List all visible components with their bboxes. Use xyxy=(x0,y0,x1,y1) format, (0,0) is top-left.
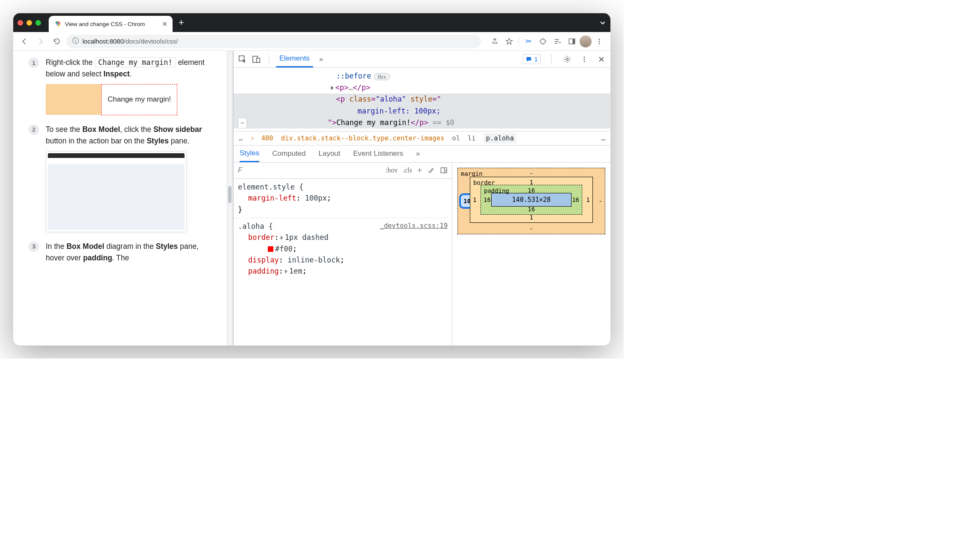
tab-elements[interactable]: Elements xyxy=(276,51,313,67)
hov-button[interactable]: :hov xyxy=(385,166,397,174)
change-my-margin-element[interactable]: Change my margin! xyxy=(101,84,177,115)
rule-source-link[interactable]: _devtools.scss:19 xyxy=(380,221,448,231)
border-left-value[interactable]: 1 xyxy=(473,196,476,203)
dom-collapsed-p[interactable]: <p>…</p> xyxy=(234,82,610,93)
border-right-value[interactable]: 1 xyxy=(586,196,590,203)
svg-rect-5 xyxy=(573,39,575,44)
crumb-ellipsis[interactable]: … xyxy=(601,134,605,142)
reload-button[interactable] xyxy=(50,35,64,48)
padding-label: padding xyxy=(484,187,509,194)
paint-brush-icon[interactable] xyxy=(427,166,435,174)
tab-event-listeners[interactable]: Event Listeners xyxy=(353,149,403,158)
dom-style-line[interactable]: margin-left: 100px; xyxy=(234,105,610,117)
site-info-icon[interactable]: ⓘ xyxy=(72,37,79,46)
padding-left-value[interactable]: 16 xyxy=(484,196,491,203)
expand-triangle-icon[interactable] xyxy=(281,236,283,240)
new-style-rule-button[interactable]: + xyxy=(417,166,422,175)
crumb-item[interactable]: div.stack.stack--block.type.center-image… xyxy=(281,134,445,142)
css-value[interactable]: 1px dashed xyxy=(285,233,328,242)
browser-toolbar: ⓘ localhost:8080/docs/devtools/css/ ✂ xyxy=(13,32,610,51)
show-sidebar-button[interactable] xyxy=(440,166,448,174)
dom-hidden-ancestors[interactable]: ⋯ xyxy=(238,118,247,128)
dom-breadcrumb[interactable]: … › 400 div.stack.stack--block.type.cent… xyxy=(234,131,610,146)
dom-tree[interactable]: ::beforeflex <p>…</p> <p class="aloha" s… xyxy=(234,68,610,131)
tab-layout[interactable]: Layout xyxy=(319,149,340,158)
address-bar[interactable]: ⓘ localhost:8080/docs/devtools/css/ xyxy=(66,35,481,48)
page-scrollbar[interactable] xyxy=(227,51,233,345)
crumb-ellipsis[interactable]: … xyxy=(239,134,243,142)
settings-button[interactable] xyxy=(562,54,573,65)
margin-bottom-value[interactable]: - xyxy=(530,225,533,232)
styles-filter-input[interactable] xyxy=(238,166,264,174)
box-model-content[interactable]: 140.531×28 xyxy=(491,193,572,207)
toolbar-divider xyxy=(519,37,519,46)
tab-computed[interactable]: Computed xyxy=(272,149,305,158)
tabs-dropdown-button[interactable] xyxy=(599,19,606,26)
box-model-diagram[interactable]: margin - - - 100 border 1 1 1 1 paddin xyxy=(452,163,610,345)
padding-top-value[interactable]: 16 xyxy=(528,187,535,194)
devtools-menu-button[interactable] xyxy=(579,54,590,65)
forward-button[interactable] xyxy=(34,35,47,48)
content-area: 1 Right-click the Change my margin! elem… xyxy=(13,51,610,345)
step-number: 3 xyxy=(29,242,39,252)
browser-tab[interactable]: View and change CSS - Chrom ✕ xyxy=(49,16,173,32)
maximize-window-button[interactable] xyxy=(35,20,41,26)
box-model-border[interactable]: border 1 1 1 1 padding 16 16 16 16 xyxy=(470,177,593,223)
flex-badge[interactable]: flex xyxy=(374,73,390,80)
share-button[interactable] xyxy=(488,35,501,48)
close-window-button[interactable] xyxy=(18,20,23,26)
bookmark-button[interactable] xyxy=(502,35,516,48)
dom-before-pseudo[interactable]: ::beforeflex xyxy=(234,70,610,82)
step-text: , click the xyxy=(120,125,153,134)
tab-styles[interactable]: Styles xyxy=(240,146,259,162)
chrome-menu-button[interactable] xyxy=(592,35,606,48)
element-style-rule[interactable]: element.style { margin-left: 100px; } xyxy=(234,179,452,218)
crumb-item[interactable]: li xyxy=(468,134,476,142)
new-tab-button[interactable]: + xyxy=(179,17,184,28)
crumb-item[interactable]: ol xyxy=(452,134,460,142)
margin-top-value[interactable]: - xyxy=(530,170,533,177)
dom-p-close[interactable]: ">Change my margin!</p> == $0 xyxy=(234,117,610,128)
tabs-overflow-button[interactable]: » xyxy=(316,51,326,67)
rule-selector: element.style { xyxy=(238,181,448,192)
extensions-button[interactable] xyxy=(536,35,550,48)
device-toolbar-button[interactable] xyxy=(251,54,262,65)
step-text: diagram in the xyxy=(104,242,156,251)
border-bottom-value[interactable]: 1 xyxy=(530,214,533,221)
styles-tabs-overflow[interactable]: » xyxy=(416,149,420,158)
expand-triangle-icon[interactable] xyxy=(331,86,334,90)
aloha-rule[interactable]: _devtools.scss:19 .aloha { border:1px da… xyxy=(234,218,452,280)
css-value[interactable]: #f00 xyxy=(275,245,293,253)
step-number: 1 xyxy=(29,58,39,68)
css-property[interactable]: padding xyxy=(248,267,279,275)
padding-right-value[interactable]: 16 xyxy=(572,196,579,203)
padding-bottom-value[interactable]: 16 xyxy=(528,206,535,213)
css-value[interactable]: inline-block xyxy=(287,256,340,264)
svg-point-3 xyxy=(57,23,59,25)
css-property[interactable]: display xyxy=(248,256,279,264)
back-button[interactable] xyxy=(18,35,31,48)
dom-selected-p[interactable]: <p class="aloha" style=" xyxy=(234,93,610,105)
color-swatch[interactable] xyxy=(268,246,273,252)
reading-list-button[interactable] xyxy=(551,35,564,48)
css-value[interactable]: 100px xyxy=(305,194,327,202)
tab-close-button[interactable]: ✕ xyxy=(162,20,167,28)
scissors-icon[interactable]: ✂ xyxy=(522,35,535,48)
profile-avatar[interactable] xyxy=(580,35,592,47)
cls-button[interactable]: .cls xyxy=(403,166,412,174)
css-property[interactable]: margin-left xyxy=(248,194,296,202)
crumb-selected[interactable]: p.aloha xyxy=(484,133,516,143)
side-panel-button[interactable] xyxy=(565,35,579,48)
css-property[interactable]: border xyxy=(248,233,274,242)
crumb-item[interactable]: 400 xyxy=(261,134,273,142)
expand-triangle-icon[interactable] xyxy=(285,269,287,274)
margin-right-value[interactable]: - xyxy=(599,198,602,204)
css-value[interactable]: 1em xyxy=(289,267,302,275)
box-model-padding[interactable]: padding 16 16 16 16 140.531×28 xyxy=(481,185,582,215)
minimize-window-button[interactable] xyxy=(26,20,32,26)
step-2: 2 To see the Box Model, click the Show s… xyxy=(29,124,218,232)
inspect-element-button[interactable] xyxy=(237,54,248,65)
box-model-margin[interactable]: margin - - - 100 border 1 1 1 1 paddin xyxy=(457,168,605,234)
issues-button[interactable]: 1 xyxy=(522,54,541,64)
close-devtools-button[interactable] xyxy=(596,54,607,65)
